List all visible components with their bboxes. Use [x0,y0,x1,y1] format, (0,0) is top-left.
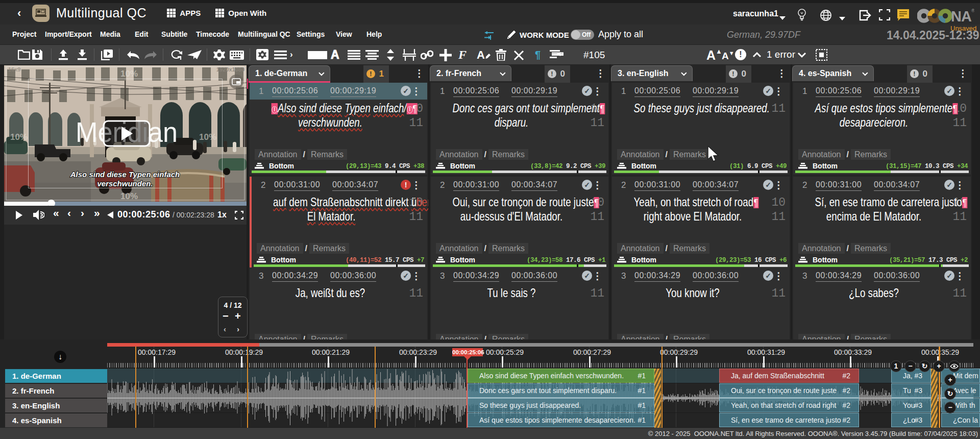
svg-text:10%: 10% [199,132,216,142]
svg-text:A: A [477,50,485,60]
svg-text:10%: 10% [10,132,28,142]
svg-text:10%: 10% [120,69,138,79]
svg-text:®: ® [971,8,974,13]
svg-text:NA: NA [951,8,972,23]
svg-text:Also sind diese Typen einfach: Also sind diese Typen einfach [70,170,180,179]
svg-text:16x9: 16x9 [8,66,20,72]
svg-text:verschwunden.: verschwunden. [97,179,153,188]
svg-text:1920x1080: 1920x1080 [216,66,244,72]
svg-text:10%: 10% [120,191,138,201]
